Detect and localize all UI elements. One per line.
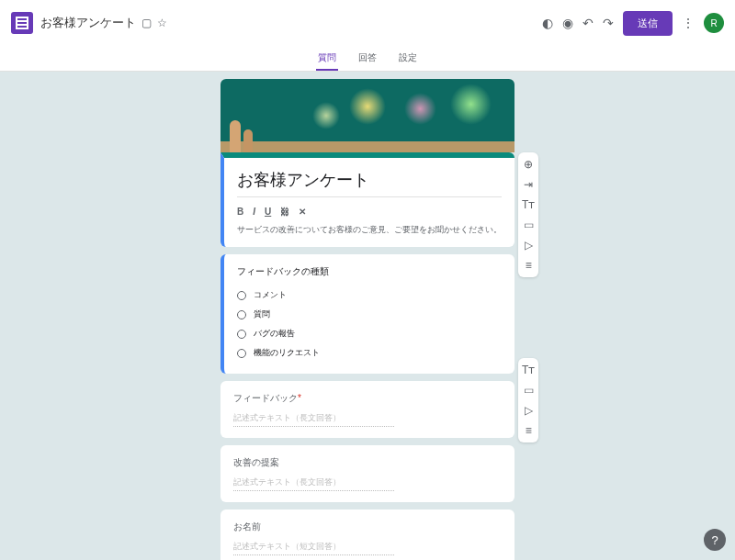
question-title[interactable]: フィードバック* xyxy=(233,392,502,405)
side-toolbar-1: ⊕ ⇥ Tᴛ ▭ ▷ ≡ xyxy=(518,152,538,277)
tab-responses[interactable]: 回答 xyxy=(356,46,379,71)
answer-hint: 記述式テキスト（短文回答） xyxy=(233,541,394,555)
add-image-icon[interactable]: ▭ xyxy=(522,384,535,397)
add-question-icon[interactable]: ⊕ xyxy=(522,158,535,171)
help-button[interactable]: ? xyxy=(704,529,726,551)
question-card-2[interactable]: フィードバック* 記述式テキスト（長文回答） xyxy=(220,381,514,438)
question-title[interactable]: フィードバックの種類 xyxy=(237,265,502,278)
underline-button[interactable]: U xyxy=(265,207,271,217)
clear-format-button[interactable]: ✕ xyxy=(299,207,306,217)
palette-icon[interactable]: ◐ xyxy=(542,16,553,30)
answer-hint: 記述式テキスト（長文回答） xyxy=(233,476,394,491)
preview-icon[interactable]: ◉ xyxy=(562,16,573,30)
app-header: お客様アンケート ▢ ☆ ◐ ◉ ↶ ↷ 送信 ⋮ R xyxy=(0,0,735,46)
add-video-icon[interactable]: ▷ xyxy=(522,239,535,252)
radio-option[interactable]: 質問 xyxy=(237,305,502,324)
answer-hint: 記述式テキスト（長文回答） xyxy=(233,412,394,427)
star-icon[interactable]: ☆ xyxy=(157,17,167,29)
bold-button[interactable]: B xyxy=(237,207,243,217)
option-label: バグの報告 xyxy=(254,328,295,340)
document-title[interactable]: お客様アンケート xyxy=(40,15,136,31)
send-button[interactable]: 送信 xyxy=(623,11,673,36)
text-toolbar: B I U ⛓ ✕ xyxy=(237,203,502,220)
add-title-icon[interactable]: Tᴛ xyxy=(522,198,535,211)
radio-icon xyxy=(237,310,246,319)
forms-logo[interactable] xyxy=(11,12,33,34)
radio-option[interactable]: コメント xyxy=(237,286,502,305)
title-card[interactable]: お客様アンケート B I U ⛓ ✕ サービスの改善についてお客様のご意見、ご要… xyxy=(220,152,514,247)
add-section-icon[interactable]: ≡ xyxy=(522,259,535,272)
redo-icon[interactable]: ↷ xyxy=(603,16,614,30)
header-image[interactable] xyxy=(220,79,514,152)
radio-option[interactable]: 機能のリクエスト xyxy=(237,343,502,363)
link-button[interactable]: ⛓ xyxy=(280,207,289,217)
form-canvas: お客様アンケート B I U ⛓ ✕ サービスの改善についてお客様のご意見、ご要… xyxy=(0,72,735,560)
required-mark: * xyxy=(298,393,301,403)
question-title[interactable]: お名前 xyxy=(233,521,502,533)
question-card-3[interactable]: 改善の提案 記述式テキスト（長文回答） xyxy=(220,445,514,502)
radio-icon xyxy=(237,330,246,339)
undo-icon[interactable]: ↶ xyxy=(582,16,594,30)
folder-icon[interactable]: ▢ xyxy=(141,17,152,29)
question-card-1[interactable]: フィードバックの種類 コメント 質問 バグの報告 機能のリクエスト xyxy=(220,254,514,374)
radio-option[interactable]: バグの報告 xyxy=(237,324,502,343)
tab-settings[interactable]: 設定 xyxy=(397,46,419,71)
radio-icon xyxy=(237,349,246,358)
question-card-4[interactable]: お名前 記述式テキスト（短文回答） xyxy=(220,510,514,560)
radio-icon xyxy=(237,291,246,300)
avatar[interactable]: R xyxy=(704,13,724,33)
option-label: 機能のリクエスト xyxy=(254,347,320,359)
add-title-icon[interactable]: Tᴛ xyxy=(522,364,535,376)
question-title[interactable]: 改善の提案 xyxy=(233,456,502,469)
option-label: 質問 xyxy=(254,308,270,320)
tab-questions[interactable]: 質問 xyxy=(316,46,338,71)
import-icon[interactable]: ⇥ xyxy=(522,178,535,191)
form-title[interactable]: お客様アンケート xyxy=(237,169,502,197)
option-label: コメント xyxy=(254,289,287,301)
more-icon[interactable]: ⋮ xyxy=(682,16,695,30)
add-video-icon[interactable]: ▷ xyxy=(522,404,535,417)
side-toolbar-2: Tᴛ ▭ ▷ ≡ xyxy=(518,358,538,442)
add-image-icon[interactable]: ▭ xyxy=(522,218,535,231)
italic-button[interactable]: I xyxy=(253,207,255,217)
add-section-icon[interactable]: ≡ xyxy=(522,424,535,437)
form-description[interactable]: サービスの改善についてお客様のご意見、ご要望をお聞かせください。 xyxy=(237,224,502,236)
tabs-bar: 質問 回答 設定 xyxy=(0,46,735,72)
